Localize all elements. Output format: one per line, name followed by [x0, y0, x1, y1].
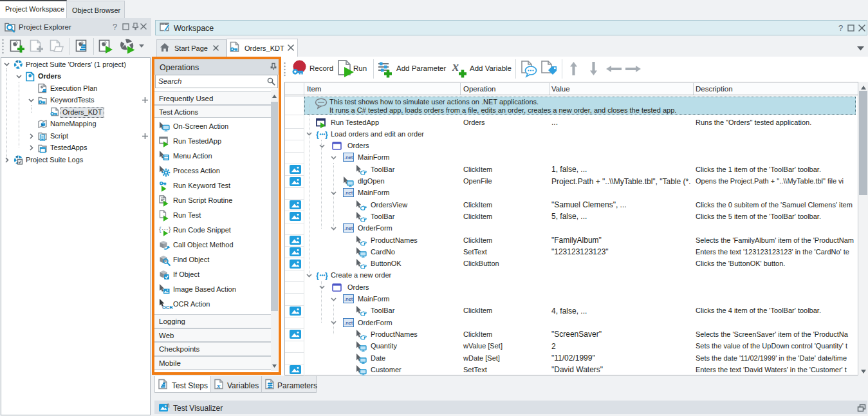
- svg-text:}: }: [325, 271, 328, 280]
- svg-text:.net: .net: [344, 320, 353, 326]
- svg-text:OCR: OCR: [162, 304, 173, 310]
- svg-text:.net: .net: [344, 155, 353, 160]
- svg-text:.net: .net: [344, 296, 353, 302]
- svg-text:.net: .net: [344, 190, 353, 196]
- svg-text:x: x: [216, 382, 221, 390]
- svg-text:x: x: [452, 59, 459, 73]
- svg-text:{: {: [316, 271, 319, 280]
- svg-text:}: }: [325, 129, 328, 138]
- svg-text:.net: .net: [344, 225, 353, 231]
- svg-text:{: {: [316, 129, 319, 138]
